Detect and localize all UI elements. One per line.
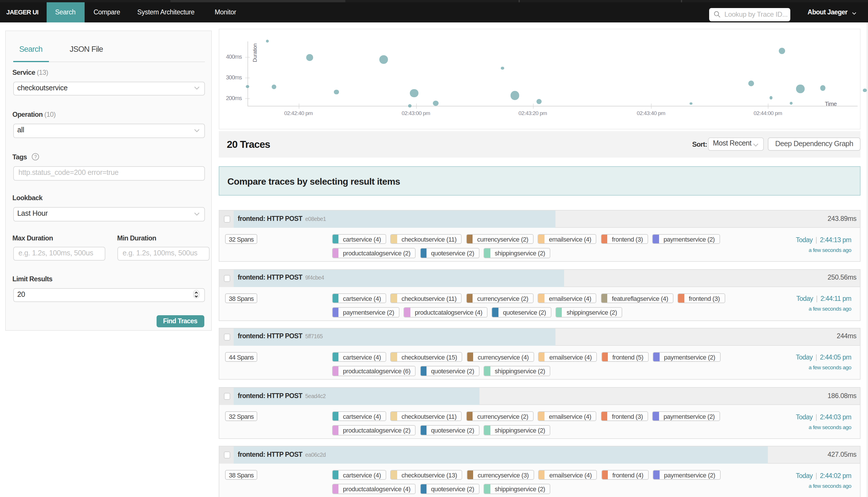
svg-text:?: ? <box>34 154 37 159</box>
